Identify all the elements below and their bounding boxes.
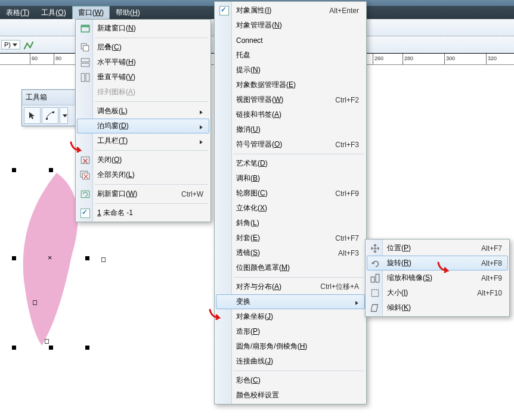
svg-rect-16	[371, 290, 378, 296]
menu-view-manager[interactable]: 视图管理器(W)Ctrl+F2	[216, 92, 365, 107]
snap-icon[interactable]	[23, 39, 35, 51]
menu-tile-horizontal[interactable]: 水平平铺(H)	[77, 55, 209, 70]
scale-icon	[370, 273, 380, 284]
menu-contour[interactable]: 轮廓图(C)Ctrl+F9	[216, 186, 365, 201]
refresh-icon	[80, 189, 91, 200]
tile-v-icon	[80, 72, 91, 83]
menu-color[interactable]: 彩色(C)	[216, 373, 365, 388]
rotate-icon	[370, 259, 381, 269]
shape-tool[interactable]	[42, 107, 58, 124]
skew-icon	[370, 303, 380, 313]
svg-rect-3	[81, 25, 89, 27]
menu-palette[interactable]: 调色板(L)	[77, 104, 209, 119]
svg-rect-15	[376, 274, 379, 282]
window-menu-panel: 新建窗口(N) 层叠(C) 水平平铺(H) 垂直平铺(V) 排列图标(A) 调色…	[75, 19, 211, 222]
svg-rect-0	[46, 118, 48, 120]
transform-menu-panel: 位置(P) Alt+F7 旋转(R) Alt+F8 缩放和镜像(S) Alt+F…	[365, 239, 510, 317]
selection-handle[interactable]	[12, 256, 16, 260]
node-marker: □	[45, 337, 49, 345]
node-marker: □	[101, 255, 106, 263]
tile-h-icon	[80, 57, 91, 68]
menu-arrange-icons: 排列图标(A)	[77, 85, 209, 99]
menu-align-distribute[interactable]: 对齐与分布(A)Ctrl+位移+A	[216, 279, 365, 294]
svg-rect-10	[81, 157, 89, 163]
menu-bevel[interactable]: 斜角(L)	[216, 216, 365, 231]
annotation-arrow-icon	[69, 141, 87, 154]
size-icon	[370, 288, 380, 298]
selection-handle[interactable]	[12, 346, 16, 350]
menu-object-properties[interactable]: 对象属性(I) Alt+Enter	[216, 3, 365, 18]
svg-rect-8	[81, 73, 85, 82]
menu-object-data[interactable]: 对象数据管理器(E)	[216, 77, 365, 92]
new-window-icon	[80, 23, 91, 34]
menu-size[interactable]: 大小(I) Alt+F10	[367, 285, 508, 300]
selection-handle[interactable]	[49, 168, 53, 172]
menu-connect[interactable]: Connect	[216, 33, 365, 48]
menu-lens[interactable]: 透镜(S)Alt+F3	[216, 245, 365, 260]
menu-join-curves[interactable]: 连接曲线(J)	[216, 354, 365, 369]
menu-blend[interactable]: 调和(B)	[216, 171, 365, 186]
menu-position[interactable]: 位置(P) Alt+F7	[367, 241, 508, 256]
selection-handle[interactable]	[85, 346, 89, 350]
units-value: P)	[4, 41, 11, 48]
menu-close-all[interactable]: 全部关闭(L)	[77, 167, 209, 182]
selection-handle[interactable]	[85, 256, 89, 260]
menu-cascade[interactable]: 层叠(C)	[77, 40, 209, 55]
menu-bitmap-mask[interactable]: 位图颜色遮罩(M)	[216, 260, 365, 275]
annotation-arrow-icon	[208, 308, 226, 322]
svg-rect-7	[81, 63, 89, 67]
dockers-menu-panel: 对象属性(I) Alt+Enter 对象管理器(N) Connect 托盘 提示…	[214, 1, 367, 405]
menu-color-proof[interactable]: 颜色校样设置	[216, 388, 365, 403]
close-all-icon	[80, 170, 91, 181]
pick-tool[interactable]	[24, 107, 41, 124]
menu-dockers[interactable]: 泊坞窗(D)	[77, 119, 209, 133]
menu-tools[interactable]: 工具(O)	[35, 6, 72, 20]
dropdown-arrow-icon	[13, 43, 17, 46]
menu-tray[interactable]: 托盘	[216, 48, 365, 63]
menu-tile-vertical[interactable]: 垂直平铺(V)	[77, 70, 209, 85]
menu-extrude[interactable]: 立体化(X)	[216, 201, 365, 216]
menu-artistic-media[interactable]: 艺术笔(D)	[216, 156, 365, 171]
menu-new-window[interactable]: 新建窗口(N)	[77, 21, 209, 36]
tool-flyout[interactable]	[60, 107, 68, 124]
selection-handle[interactable]	[49, 346, 53, 350]
svg-rect-9	[86, 73, 89, 82]
menu-transform[interactable]: 变换	[216, 294, 365, 309]
node-marker: □	[33, 298, 37, 306]
menu-fillet[interactable]: 圆角/扇形角/倒棱角(H)	[216, 339, 365, 354]
toolbox-panel[interactable]: 工具箱	[21, 89, 78, 126]
svg-rect-1	[52, 111, 54, 113]
svg-rect-5	[83, 46, 89, 51]
menu-envelope[interactable]: 封套(E)Ctrl+F7	[216, 231, 365, 245]
menu-skew[interactable]: 倾斜(K)	[367, 300, 508, 315]
menu-window[interactable]: 窗口(W)	[72, 6, 110, 20]
check-icon	[80, 208, 91, 219]
menu-tables[interactable]: 表格(T)	[0, 6, 35, 20]
menu-document-1[interactable]: 1 未命名 -1	[77, 206, 209, 220]
menu-object-manager[interactable]: 对象管理器(N)	[216, 18, 365, 33]
menu-close[interactable]: 关闭(O)	[77, 153, 209, 167]
menu-object-coords[interactable]: 对象坐标(J)	[216, 309, 365, 324]
selection-handle[interactable]	[12, 168, 16, 172]
menu-hints[interactable]: 提示(N)	[216, 63, 365, 77]
menu-shaping[interactable]: 造形(P)	[216, 324, 365, 339]
toolbox-title: 工具箱	[22, 90, 77, 105]
units-dropdown[interactable]: P)	[1, 40, 20, 49]
svg-rect-6	[81, 58, 89, 62]
svg-rect-14	[371, 277, 374, 282]
menu-help[interactable]: 帮助(H)	[110, 6, 146, 20]
menu-symbol-manager[interactable]: 符号管理器(O)Ctrl+F3	[216, 137, 365, 152]
menu-undo[interactable]: 撤消(U)	[216, 122, 365, 137]
center-marker: ✕	[48, 253, 52, 262]
cascade-icon	[80, 42, 91, 53]
close-icon	[80, 155, 91, 166]
menu-links-bookmarks[interactable]: 链接和书签(A)	[216, 107, 365, 122]
menu-refresh[interactable]: 刷新窗口(W) Ctrl+W	[77, 186, 209, 201]
annotation-arrow-icon	[436, 261, 454, 275]
check-icon	[219, 5, 230, 16]
menu-toolbars[interactable]: 工具栏(T)	[77, 133, 209, 148]
position-icon	[370, 243, 380, 254]
